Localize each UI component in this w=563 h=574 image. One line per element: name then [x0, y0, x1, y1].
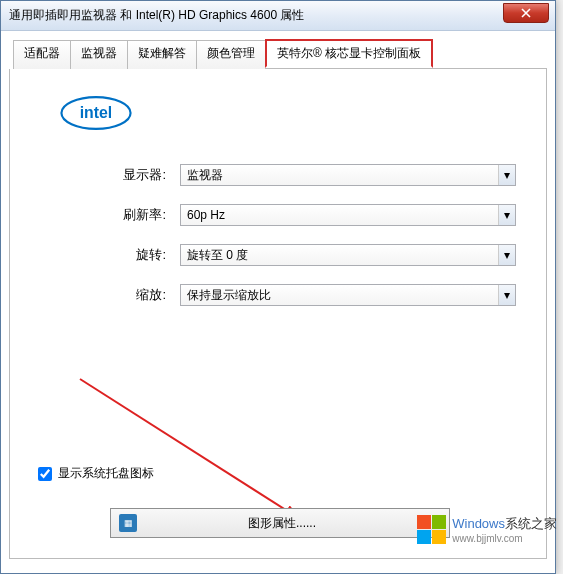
titlebar: 通用即插即用监视器 和 Intel(R) HD Graphics 4600 属性	[1, 1, 555, 31]
close-button[interactable]	[503, 3, 549, 23]
tab-adapter[interactable]: 适配器	[13, 40, 71, 69]
tray-icon-checkbox[interactable]	[38, 467, 52, 481]
row-refresh: 刷新率: 60p Hz ▾	[30, 204, 526, 226]
tab-monitor[interactable]: 监视器	[70, 40, 128, 69]
close-icon	[521, 8, 531, 18]
select-scaling-value: 保持显示缩放比	[187, 287, 509, 304]
chevron-down-icon: ▾	[498, 245, 515, 265]
select-display[interactable]: 监视器 ▾	[180, 164, 516, 186]
chevron-down-icon: ▾	[498, 285, 515, 305]
chevron-down-icon: ▾	[498, 205, 515, 225]
label-rotation: 旋转:	[30, 246, 180, 264]
tray-icon-checkbox-row: 显示系统托盘图标	[38, 465, 154, 482]
row-rotation: 旋转: 旋转至 0 度 ▾	[30, 244, 526, 266]
row-scaling: 缩放: 保持显示缩放比 ▾	[30, 284, 526, 306]
graphics-properties-label: 图形属性......	[147, 515, 441, 532]
tab-troubleshoot[interactable]: 疑难解答	[127, 40, 197, 69]
svg-line-2	[80, 379, 300, 519]
select-refresh-value: 60p Hz	[187, 208, 509, 222]
label-display: 显示器:	[30, 166, 180, 184]
label-refresh: 刷新率:	[30, 206, 180, 224]
row-display: 显示器: 监视器 ▾	[30, 164, 526, 186]
select-display-value: 监视器	[187, 167, 509, 184]
window-title: 通用即插即用监视器 和 Intel(R) HD Graphics 4600 属性	[9, 7, 304, 24]
select-refresh[interactable]: 60p Hz ▾	[180, 204, 516, 226]
chevron-down-icon: ▾	[498, 165, 515, 185]
tab-color-management[interactable]: 颜色管理	[196, 40, 266, 69]
tab-intel-graphics[interactable]: 英特尔® 核芯显卡控制面板	[265, 39, 433, 68]
select-rotation[interactable]: 旋转至 0 度 ▾	[180, 244, 516, 266]
svg-text:intel: intel	[80, 104, 113, 121]
tab-strip: 适配器 监视器 疑难解答 颜色管理 英特尔® 核芯显卡控制面板	[13, 39, 547, 69]
graphics-icon: ▦	[119, 514, 137, 532]
intel-logo: intel	[60, 95, 132, 134]
tab-panel: intel 显示器: 监视器 ▾ 刷新率: 60p Hz ▾ 旋转:	[9, 69, 547, 559]
label-scaling: 缩放:	[30, 286, 180, 304]
select-rotation-value: 旋转至 0 度	[187, 247, 509, 264]
properties-window: 通用即插即用监视器 和 Intel(R) HD Graphics 4600 属性…	[0, 0, 556, 574]
content-area: 适配器 监视器 疑难解答 颜色管理 英特尔® 核芯显卡控制面板 intel 显示…	[1, 31, 555, 573]
tray-icon-label: 显示系统托盘图标	[58, 465, 154, 482]
graphics-properties-button[interactable]: ▦ 图形属性......	[110, 508, 450, 538]
select-scaling[interactable]: 保持显示缩放比 ▾	[180, 284, 516, 306]
